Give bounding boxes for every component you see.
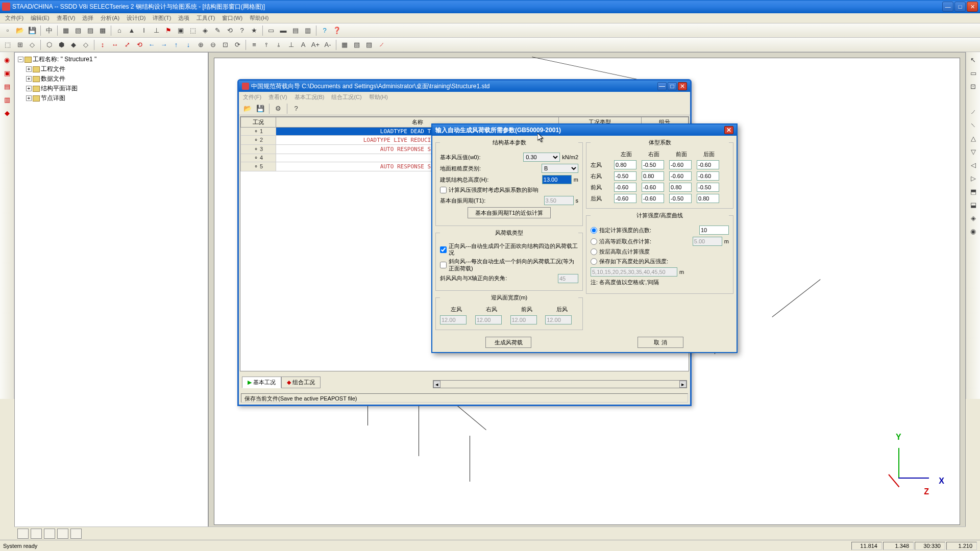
tool-g-icon[interactable]: ◈ — [200, 25, 211, 36]
tool-m-icon[interactable]: ▬ — [278, 25, 289, 36]
coef-3-0[interactable] — [614, 194, 636, 203]
wiz-open-icon[interactable]: 📂 — [242, 103, 253, 114]
zoom-fit-icon[interactable]: ⊡ — [219, 39, 231, 51]
bi-3-icon[interactable] — [44, 529, 55, 539]
coef-2-1[interactable] — [642, 183, 664, 192]
arrow-right-icon[interactable]: → — [158, 39, 169, 51]
t2-m-icon[interactable]: ⫯ — [261, 39, 272, 51]
coef-2-2[interactable] — [669, 183, 692, 192]
wiz-save-icon[interactable]: 💾 — [255, 103, 266, 114]
height-input[interactable] — [542, 175, 572, 184]
diagonal-wind-checkbox[interactable] — [440, 262, 447, 268]
open-icon[interactable]: 📂 — [14, 25, 26, 36]
about-icon[interactable]: ❓ — [331, 25, 342, 36]
wizard-titlebar[interactable]: 中国规范荷载向导 C:\Documents and Settings\Admin… — [239, 81, 690, 92]
coef-0-2[interactable] — [669, 160, 692, 169]
t2-b-icon[interactable]: ⊞ — [14, 39, 26, 51]
coef-2-0[interactable] — [614, 183, 636, 192]
t2-d-icon[interactable]: ⬡ — [43, 39, 55, 51]
t2-t-icon[interactable]: ▧ — [351, 39, 362, 51]
vr-12-icon[interactable]: ◈ — [968, 212, 979, 223]
tool-a-icon[interactable]: ▲ — [126, 25, 137, 36]
vr-1-icon[interactable]: ↖ — [968, 54, 979, 65]
vl-4-icon[interactable]: ▥ — [2, 94, 13, 105]
tool-i-icon[interactable]: ⟲ — [224, 25, 235, 36]
vr-13-icon[interactable]: ◉ — [968, 226, 979, 237]
wizard-menu-1[interactable]: 查看(V) — [268, 93, 287, 101]
dialog-titlebar[interactable]: 输入自动生成风荷载所需参数(GB50009-2001) ✕ — [432, 124, 737, 136]
bi-5-icon[interactable] — [70, 529, 82, 539]
radio-equidist[interactable] — [591, 238, 597, 245]
vr-5-icon[interactable]: ⟍ — [968, 119, 979, 131]
menu-item-9[interactable]: 窗口(W) — [219, 13, 246, 23]
vr-3-icon[interactable]: ⊡ — [968, 81, 979, 92]
coef-1-0[interactable] — [614, 171, 636, 181]
t2-s-icon[interactable]: ▦ — [339, 39, 350, 51]
tab-basic[interactable]: ▶基本工况 — [242, 377, 281, 388]
menu-item-2[interactable]: 查看(V) — [54, 13, 79, 23]
vr-10-icon[interactable]: ⬒ — [968, 186, 979, 197]
w0-select[interactable]: 0.30 — [523, 153, 560, 162]
vr-8-icon[interactable]: ◁ — [968, 159, 979, 170]
radio-points[interactable] — [591, 227, 597, 234]
tree-panel[interactable]: −工程名称: " Structure1 " +工程文件+数据文件+结构平面详图+… — [14, 52, 208, 531]
vr-6-icon[interactable]: △ — [968, 133, 979, 144]
menu-item-7[interactable]: 选项 — [175, 13, 192, 23]
t2-k-icon[interactable]: ⟲ — [134, 39, 145, 51]
tool-b-icon[interactable]: I — [138, 25, 150, 36]
radio-floor[interactable] — [591, 248, 597, 255]
wizard-hscroll[interactable]: ◂ ▸ — [433, 380, 687, 388]
tree-item-2[interactable]: +结构平面详图 — [17, 84, 206, 93]
radio-heights[interactable] — [591, 258, 597, 265]
t2-h-icon[interactable]: ↕ — [97, 39, 108, 51]
grid2-icon[interactable]: ▧ — [72, 25, 84, 36]
tool-f-icon[interactable]: ⬚ — [187, 25, 199, 36]
t2-q-icon[interactable]: A+ — [310, 39, 321, 51]
t2-g-icon[interactable]: ◇ — [80, 39, 91, 51]
menu-item-3[interactable]: 选择 — [79, 13, 96, 23]
normal-wind-checkbox[interactable] — [440, 246, 447, 253]
close-button[interactable]: ✕ — [967, 2, 978, 12]
zoom-in-icon[interactable]: ⊕ — [195, 39, 206, 51]
vl-2-icon[interactable]: ▣ — [2, 67, 13, 79]
vl-5-icon[interactable]: ◆ — [2, 107, 13, 118]
points-input[interactable] — [699, 226, 729, 235]
coef-1-2[interactable] — [669, 171, 692, 181]
home-icon[interactable]: ⌂ — [114, 25, 125, 36]
t2-l-icon[interactable]: ≡ — [249, 39, 260, 51]
tool-n-icon[interactable]: ▤ — [290, 25, 301, 36]
tab-combo[interactable]: ◆组合工况 — [281, 377, 321, 388]
menu-item-4[interactable]: 分析(A) — [97, 13, 122, 23]
wiz-tool-icon[interactable]: ⚙ — [273, 103, 284, 114]
coef-0-0[interactable] — [614, 160, 636, 169]
tree-item-0[interactable]: +工程文件 — [17, 64, 206, 74]
tool-o-icon[interactable]: ▥ — [302, 25, 313, 36]
wiz-help-icon[interactable]: ? — [290, 103, 302, 114]
tool-k-icon[interactable]: ★ — [249, 25, 260, 36]
help-icon[interactable]: ? — [319, 25, 330, 36]
generate-button[interactable]: 生成风荷载 — [485, 337, 531, 348]
wizard-menu-3[interactable]: 组合工况(C) — [331, 93, 361, 101]
grid3-icon[interactable]: ▨ — [85, 25, 96, 36]
menu-item-0[interactable]: 文件(F) — [2, 13, 27, 23]
arrow-up-icon[interactable]: ↑ — [170, 39, 182, 51]
wizard-menu-0[interactable]: 文件(F) — [243, 93, 261, 101]
t2-j-icon[interactable]: ⤢ — [121, 39, 133, 51]
coef-3-1[interactable] — [642, 194, 664, 203]
ch-icon[interactable]: 中 — [43, 25, 55, 36]
tool-j-icon[interactable]: ? — [236, 25, 248, 36]
t2-v-icon[interactable]: ⟋ — [376, 39, 387, 51]
vr-7-icon[interactable]: ▽ — [968, 146, 979, 157]
vr-4-icon[interactable]: ⟋ — [968, 106, 979, 117]
coef-1-1[interactable] — [642, 171, 664, 181]
cancel-button[interactable]: 取 消 — [638, 337, 683, 348]
menu-item-8[interactable]: 工具(T) — [193, 13, 218, 23]
bi-2-icon[interactable] — [31, 529, 42, 539]
t2-i-icon[interactable]: ↔ — [109, 39, 120, 51]
vl-1-icon[interactable]: ◉ — [2, 54, 13, 65]
restore-button[interactable]: □ — [954, 2, 966, 12]
dialog-close-button[interactable]: ✕ — [724, 126, 733, 134]
coef-3-3[interactable] — [697, 194, 719, 203]
wizard-close-button[interactable]: ✕ — [678, 82, 687, 90]
vr-2-icon[interactable]: ▭ — [968, 67, 979, 79]
